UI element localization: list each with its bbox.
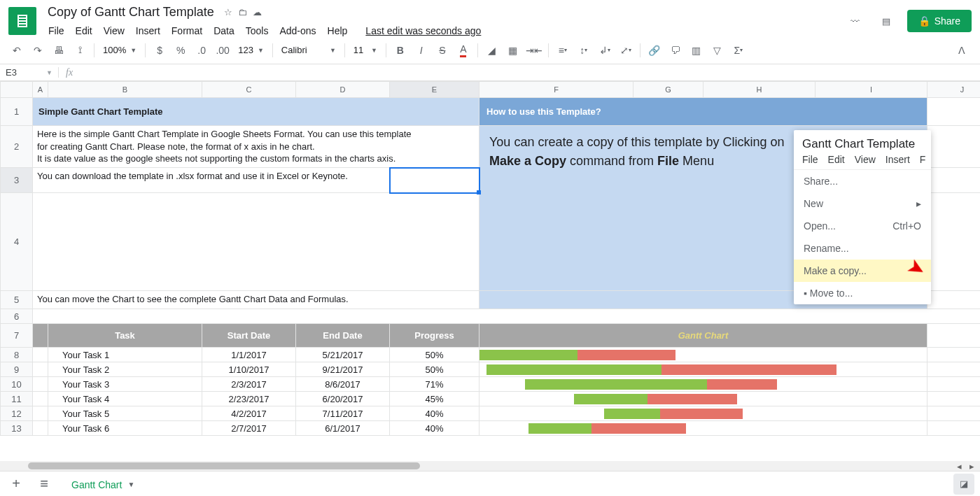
more-formats[interactable]: 123▼ bbox=[234, 41, 268, 59]
gantt-bar bbox=[479, 362, 927, 377]
table-row: 12 Your Task 5 4/2/2017 7/11/2017 40% bbox=[1, 406, 981, 421]
increase-decimal-icon[interactable]: .00 bbox=[213, 41, 232, 60]
star-icon[interactable]: ☆ bbox=[224, 7, 232, 17]
sheets-logo[interactable] bbox=[8, 7, 36, 35]
title-right[interactable]: How to use this Template? bbox=[479, 98, 927, 126]
redo-icon[interactable]: ↷ bbox=[28, 41, 48, 60]
formula-input[interactable] bbox=[80, 64, 980, 80]
activity-icon[interactable]: 〰 bbox=[846, 11, 865, 31]
instructions-area[interactable]: You can create a copy of this template b… bbox=[479, 126, 927, 291]
hdr-progress[interactable]: Progress bbox=[390, 324, 479, 348]
title-area: Copy of Gantt Chart Template ☆ 🗀 ☁ File … bbox=[43, 3, 846, 39]
titlebar: Copy of Gantt Chart Template ☆ 🗀 ☁ File … bbox=[0, 0, 980, 36]
rotate-icon[interactable]: ⤢▾ bbox=[616, 41, 636, 60]
percent-icon[interactable]: % bbox=[171, 41, 190, 60]
strike-icon[interactable]: S bbox=[433, 41, 452, 60]
table-row: 11 Your Task 4 2/23/2017 6/20/2017 45% bbox=[1, 392, 981, 406]
name-box[interactable]: E3▼ bbox=[0, 67, 59, 78]
lock-icon: 🔒 bbox=[918, 15, 930, 27]
chart-icon[interactable]: ▥ bbox=[687, 41, 706, 60]
col-headers[interactable]: ABCDEFGHIJK bbox=[1, 82, 981, 98]
table-row: 9 Your Task 2 1/10/2017 9/21/2017 50% bbox=[1, 362, 981, 377]
zoom-select[interactable]: 100%▼ bbox=[99, 41, 141, 59]
italic-icon[interactable]: I bbox=[412, 41, 431, 60]
gantt-bar bbox=[479, 421, 927, 436]
table-row: 8 Your Task 1 1/1/2017 5/21/2017 50% bbox=[1, 348, 981, 362]
comment-icon[interactable]: 🗩 bbox=[666, 41, 685, 60]
valign-icon[interactable]: ↕▾ bbox=[574, 41, 594, 60]
gantt-bar bbox=[479, 406, 927, 421]
hdr-start[interactable]: Start Date bbox=[202, 324, 296, 348]
fx-label: fx bbox=[59, 67, 80, 78]
scroll-thumb[interactable] bbox=[28, 462, 420, 469]
borders-icon[interactable]: ▦ bbox=[503, 41, 523, 60]
merge-icon[interactable]: ⇥⇤ bbox=[524, 41, 544, 60]
collapse-toolbar-icon[interactable]: ᐱ bbox=[952, 41, 972, 60]
cloud-icon[interactable]: ☁ bbox=[253, 7, 262, 17]
desc2-cell[interactable]: You can download the template in .xlsx f… bbox=[33, 168, 390, 193]
formula-bar: E3▼ fx bbox=[0, 64, 980, 81]
all-sheets-icon[interactable]: ≡ bbox=[34, 476, 55, 492]
text-color-icon[interactable]: A bbox=[454, 41, 473, 60]
share-label: Share bbox=[934, 15, 960, 27]
selected-cell-e3[interactable] bbox=[390, 168, 479, 193]
filter-icon[interactable]: ▽ bbox=[708, 41, 727, 60]
undo-icon[interactable]: ↶ bbox=[7, 41, 27, 60]
app-root: Copy of Gantt Chart Template ☆ 🗀 ☁ File … bbox=[0, 0, 980, 496]
sheet-tab-bar: + ≡ Gantt Chart▼ ◪ bbox=[0, 471, 980, 496]
gantt-bar bbox=[479, 377, 927, 392]
print-icon[interactable]: 🖶 bbox=[49, 41, 69, 60]
wrap-icon[interactable]: ↲▾ bbox=[595, 41, 615, 60]
paint-format-icon[interactable]: ⟟ bbox=[70, 41, 90, 60]
explore-icon[interactable]: ◪ bbox=[953, 474, 974, 495]
doc-title[interactable]: Copy of Gantt Chart Template bbox=[43, 3, 218, 21]
scroll-right-icon[interactable]: ▸ bbox=[966, 461, 977, 472]
add-sheet-icon[interactable]: + bbox=[6, 476, 27, 492]
hdr-task[interactable]: Task bbox=[48, 324, 202, 348]
currency-icon[interactable]: $ bbox=[150, 41, 169, 60]
sheet-tab-active[interactable]: Gantt Chart▼ bbox=[62, 474, 144, 495]
file-menu-screenshot: Gantt Chart Template FileEditViewInsertF… bbox=[794, 130, 931, 304]
table-row: 10 Your Task 3 2/3/2017 8/6/2017 71% bbox=[1, 377, 981, 392]
share-button[interactable]: 🔒 Share bbox=[907, 10, 972, 32]
gantt-bar bbox=[479, 392, 927, 406]
table-row: 13 Your Task 6 2/7/2017 6/1/2017 40% bbox=[1, 421, 981, 436]
hdr-end[interactable]: End Date bbox=[296, 324, 390, 348]
fill-color-icon[interactable]: ◢ bbox=[482, 41, 502, 60]
scroll-left-icon[interactable]: ◂ bbox=[953, 461, 965, 472]
comments-icon[interactable]: ▤ bbox=[876, 11, 896, 31]
gantt-chart-title[interactable]: Gantt Chart bbox=[479, 324, 927, 348]
decrease-decimal-icon[interactable]: .0 bbox=[192, 41, 211, 60]
horizontal-scrollbar[interactable]: ◂▸ bbox=[0, 461, 980, 471]
gantt-bar bbox=[479, 348, 927, 362]
toolbar: ↶ ↷ 🖶 ⟟ 100%▼ $ % .0 .00 123▼ Calibri▼ 1… bbox=[0, 36, 980, 64]
halign-icon[interactable]: ≡▾ bbox=[553, 41, 573, 60]
functions-icon[interactable]: Σ▾ bbox=[729, 41, 748, 60]
move-note[interactable]: You can move the Chart to see the comple… bbox=[33, 291, 479, 309]
move-icon[interactable]: 🗀 bbox=[238, 7, 247, 17]
title-left[interactable]: Simple Gantt Chart Template bbox=[33, 98, 479, 126]
font-select[interactable]: Calibri▼ bbox=[277, 41, 340, 59]
fontsize-select[interactable]: 11▼ bbox=[349, 41, 382, 59]
spreadsheet-grid[interactable]: ABCDEFGHIJK 1 Simple Gantt Chart Templat… bbox=[0, 81, 980, 461]
desc-cell[interactable]: Here is the simple Gantt Chart Template … bbox=[33, 126, 479, 168]
link-icon[interactable]: 🔗 bbox=[645, 41, 664, 60]
bold-icon[interactable]: B bbox=[391, 41, 410, 60]
